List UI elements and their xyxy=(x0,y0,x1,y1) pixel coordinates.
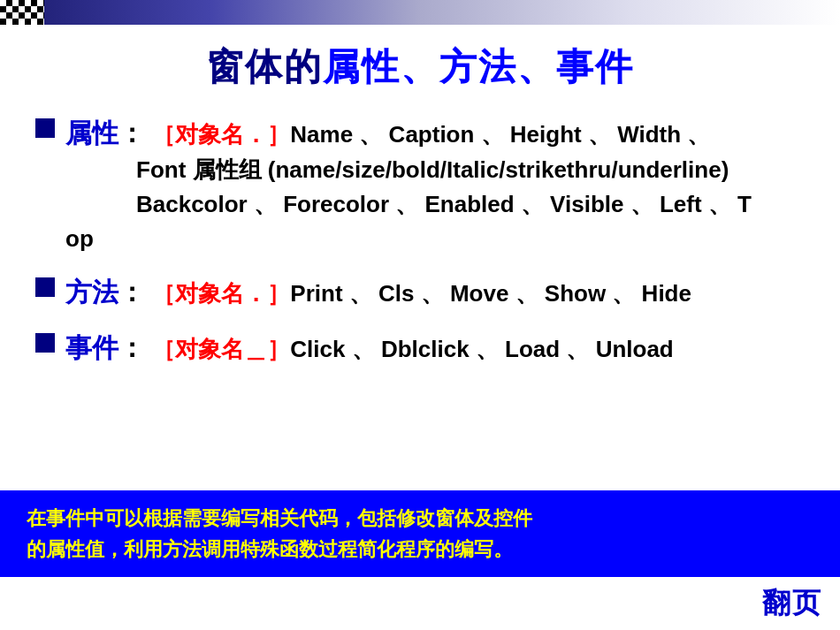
bullet-icon-methods xyxy=(35,277,55,297)
properties-indent: Font 属性组 (name/size/bold/Italic/striketh… xyxy=(65,153,805,256)
checker-pattern xyxy=(0,0,44,25)
bullet-icon-properties xyxy=(35,118,55,138)
top-bar xyxy=(0,0,840,25)
properties-line1: 属性： ［对象名．］Name 、 Caption 、 Height 、 Widt… xyxy=(65,113,805,153)
events-line1: 事件： ［对象名＿］Click 、 Dblclick 、 Load 、 Unlo… xyxy=(65,328,805,368)
properties-label: 属性： xyxy=(65,118,152,148)
properties-line2-rest: Font 属性组 (name/size/bold/Italic/striketh… xyxy=(136,156,729,183)
methods-content: 方法： ［对象名．］Print 、 Cls 、 Move 、 Show 、 Hi… xyxy=(65,272,805,312)
events-obj-ref: ［对象名＿］ xyxy=(152,336,290,362)
properties-line1-rest: Name 、 Caption 、 Height 、 Width 、 xyxy=(290,121,710,148)
section-events: 事件： ［对象名＿］Click 、 Dblclick 、 Load 、 Unlo… xyxy=(35,328,805,368)
section-properties: 属性： ［对象名．］Name 、 Caption 、 Height 、 Widt… xyxy=(35,113,805,256)
methods-line1-rest: Print 、 Cls 、 Move 、 Show 、 Hide xyxy=(290,280,691,307)
properties-line4-rest: op xyxy=(65,225,94,252)
title-highlight: 属性、方法、事件 xyxy=(323,46,634,87)
properties-line2: Font 属性组 (name/size/bold/Italic/striketh… xyxy=(136,153,805,187)
methods-line1: 方法： ［对象名．］Print 、 Cls 、 Move 、 Show 、 Hi… xyxy=(65,272,805,312)
page-title: 窗体的属性、方法、事件 xyxy=(35,42,805,92)
properties-content: 属性： ［对象名．］Name 、 Caption 、 Height 、 Widt… xyxy=(65,113,805,256)
highlight-box-text: 在事件中可以根据需要编写相关代码，包括修改窗体及控件的属性值，利用方法调用特殊函… xyxy=(27,503,813,565)
events-line1-rest: Click 、 Dblclick 、 Load 、 Unload xyxy=(290,336,673,362)
properties-line3-rest: Backcolor 、 Forecolor 、 Enabled 、 Visibl… xyxy=(136,191,752,217)
title-prefix: 窗体的 xyxy=(206,46,323,87)
bullet-icon-events xyxy=(35,333,55,353)
section-methods: 方法： ［对象名．］Print 、 Cls 、 Move 、 Show 、 Hi… xyxy=(35,272,805,312)
properties-line4: op xyxy=(65,222,805,256)
highlight-box: 在事件中可以根据需要编写相关代码，包括修改窗体及控件的属性值，利用方法调用特殊函… xyxy=(0,490,840,577)
properties-line3: Backcolor 、 Forecolor 、 Enabled 、 Visibl… xyxy=(136,187,805,222)
methods-label: 方法： xyxy=(65,277,152,307)
methods-obj-ref: ［对象名．］ xyxy=(152,280,290,307)
events-label: 事件： xyxy=(65,333,152,362)
bottom-deco: 翻页 xyxy=(762,584,822,623)
events-content: 事件： ［对象名＿］Click 、 Dblclick 、 Load 、 Unlo… xyxy=(65,328,805,368)
properties-obj-ref: ［对象名．］ xyxy=(152,121,290,148)
